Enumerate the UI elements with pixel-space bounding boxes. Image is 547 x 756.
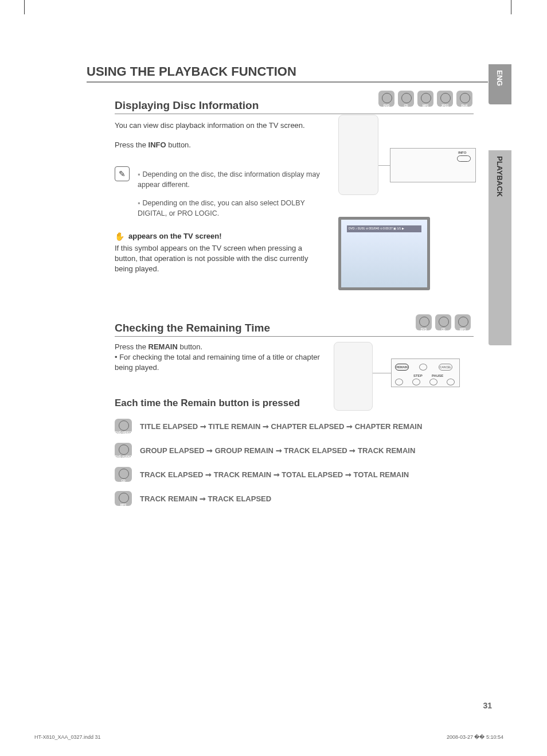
cycle-text: TITLE ELAPSED ➞ TITLE REMAIN ➞ CHAPTER E… [140, 422, 422, 431]
heading-underline [115, 336, 474, 337]
cycle-row-cd: CD TRACK ELAPSED ➞ TRACK REMAIN ➞ TOTAL … [115, 467, 409, 482]
prev-button [395, 379, 403, 385]
intro-text: You can view disc playback information o… [115, 120, 305, 131]
note-1: ▪Depending on the disc, the disc informa… [138, 170, 327, 190]
language-tab-label: ENG [489, 64, 511, 92]
badge-dvd-video: DVD-VIDEO [115, 419, 132, 434]
section-heading-disc-info: Displaying Disc Information [115, 99, 259, 112]
tv-preview-screen: DVD ♪ 01/01 ⊘ 001/040 ⊙ 0:00:37 ▣ 1/1 ▶ [341, 220, 427, 287]
bullet-icon: ▪ [138, 170, 140, 178]
pause-button [429, 379, 437, 385]
note-icon: ✎ [115, 166, 130, 181]
cycle-row-dvd-audio: DVD-AUDIO GROUP ELAPSED ➞ GROUP REMAIN ➞… [115, 443, 415, 458]
badge-dvd: DVD [378, 91, 394, 107]
step-button [412, 379, 420, 385]
crop-mark [24, 0, 25, 14]
tv-overlay-osd: DVD ♪ 01/01 ⊘ 001/040 ⊙ 0:00:37 ▣ 1/1 ▶ [347, 225, 421, 232]
badge-mp3: MP3 [115, 491, 132, 506]
cycle-row-dvd-video: DVD-VIDEO TITLE ELAPSED ➞ TITLE REMAIN ➞… [115, 419, 422, 434]
badge-mp3: MP3 [417, 91, 433, 107]
badge-mp3: MP3 [455, 314, 471, 330]
cycle-text: TRACK ELAPSED ➞ TRACK REMAIN ➞ TOTAL ELA… [140, 470, 409, 479]
remain-button-highlight: REMAIN [395, 364, 409, 371]
hand-icon: ✋ [115, 232, 125, 242]
page-title: USING THE PLAYBACK FUNCTION [87, 64, 296, 79]
section-heading-remain-cycle: Each time the Remain button is pressed [115, 398, 300, 409]
language-tab: ENG [489, 64, 511, 104]
cycle-text: GROUP ELAPSED ➞ GROUP REMAIN ➞ TRACK ELA… [140, 446, 415, 455]
tv-preview-image: DVD ♪ 01/01 ⊘ 001/040 ⊙ 0:00:37 ▣ 1/1 ▶ [338, 217, 430, 290]
section-tab: PLAYBACK [489, 150, 511, 345]
crop-mark [511, 0, 511, 14]
remote-diagram-2 [334, 342, 373, 411]
note-2: ▪Depending on the disc, you can also sel… [138, 198, 327, 219]
callout-line [373, 373, 391, 373]
format-badges-disc-info: DVD CD MP3 JPEG DivX [378, 91, 472, 107]
remote-callout-remain: REMAIN CANCEL STEP PAUSE [391, 358, 460, 387]
info-button-label: INFO [458, 151, 466, 154]
cycle-text: TRACK REMAIN ➞ TRACK ELAPSED [140, 494, 271, 503]
format-badges-remaining: DVD CD MP3 [416, 314, 471, 330]
badge-dvd: DVD [416, 314, 432, 330]
badge-divx: DivX [456, 91, 472, 107]
cancel-button: CANCEL [439, 364, 452, 371]
pause-label: PAUSE [432, 374, 443, 377]
footer-timestamp: 2008-03-27 �� 5:10:54 [447, 734, 503, 740]
heading-underline [115, 114, 474, 114]
section-heading-remaining-time: Checking the Remaining Time [115, 322, 270, 334]
step-label: STEP [413, 374, 423, 377]
tv-screen-heading: appears on the TV screen! [128, 232, 222, 240]
footer-filename: HT-X810_XAA_0327.indd 31 [34, 734, 101, 740]
badge-cd: CD [435, 314, 451, 330]
info-button-highlight [457, 155, 471, 162]
remain-bullet: • For checking the total and remaining t… [115, 352, 321, 373]
press-info-instruction: Press the INFO button. [115, 140, 191, 150]
remote-callout-info: INFO [390, 148, 476, 182]
bullet-icon: ▪ [138, 199, 140, 207]
badge-cd: CD [398, 91, 414, 107]
cycle-row-mp3: MP3 TRACK REMAIN ➞ TRACK ELAPSED [115, 491, 271, 506]
tv-screen-body: If this symbol appears on the TV screen … [115, 243, 321, 275]
badge-jpeg: JPEG [437, 91, 453, 107]
press-remain-instruction: Press the REMAIN button. [115, 342, 202, 352]
badge-cd: CD [115, 467, 132, 482]
title-underline [87, 81, 488, 83]
badge-dvd-audio: DVD-AUDIO [115, 443, 132, 458]
circle-button [419, 364, 427, 371]
section-tab-label: PLAYBACK [489, 150, 511, 202]
callout-line [378, 165, 390, 166]
page-number: 31 [483, 701, 492, 710]
next-button [447, 379, 455, 385]
remote-diagram-1 [338, 115, 378, 195]
